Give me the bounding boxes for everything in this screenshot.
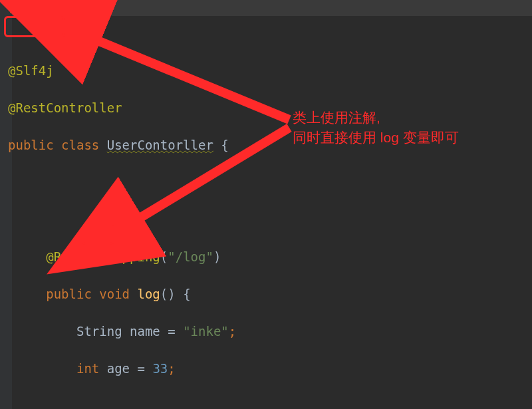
semicolon: ;	[168, 361, 175, 376]
semicolon: ;	[229, 324, 236, 339]
class-name: UserContorller	[107, 138, 213, 152]
method-signature: () {	[160, 287, 191, 301]
svg-rect-1	[10, 11, 13, 13]
lightbulb-icon[interactable]	[7, 3, 16, 12]
eq: =	[130, 361, 152, 376]
annotation-requestmapping: @RequestMapping	[46, 249, 160, 264]
annotation-restcontroller: @RestController	[8, 100, 122, 115]
int-type: int	[76, 361, 107, 376]
age-value: 33	[152, 361, 168, 376]
paren-close: )	[213, 249, 221, 264]
age-var: age	[107, 361, 130, 376]
method-name: log	[137, 287, 160, 301]
class-keyword: public class	[8, 138, 107, 152]
eq: =	[160, 324, 183, 339]
paren-open: (	[160, 249, 168, 264]
string-type: String	[76, 324, 130, 339]
name-var: name	[130, 324, 160, 339]
annotation-slf4j: @Slf4j	[8, 63, 54, 78]
code-editor[interactable]: @Slf4j @RestController public class User…	[0, 0, 532, 409]
name-value: "inke"	[183, 324, 229, 339]
class-brace: {	[213, 138, 229, 152]
svg-point-0	[9, 6, 14, 11]
requestmapping-path: "/log"	[168, 249, 213, 264]
method-keyword: public void	[46, 287, 137, 301]
